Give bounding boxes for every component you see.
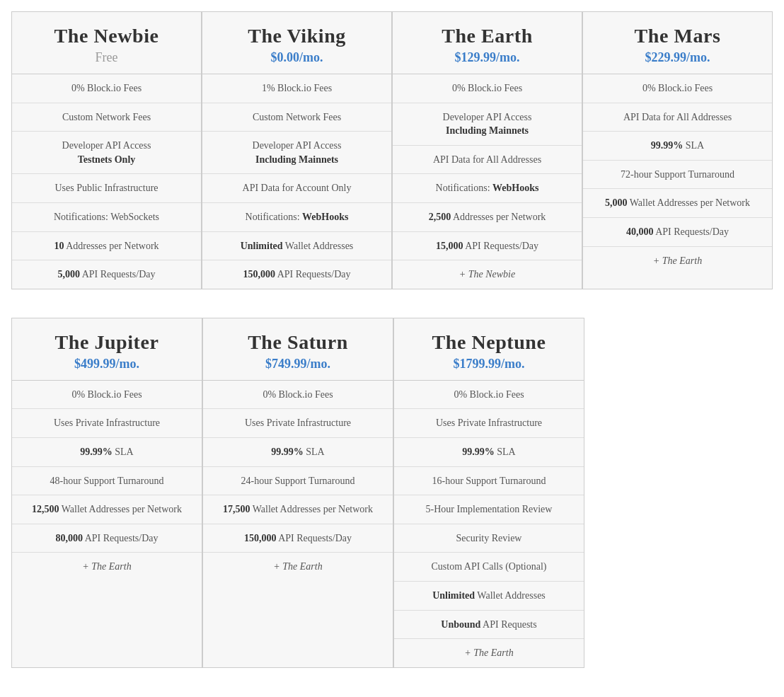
plan-features-list: 0% Block.io FeesCustom Network FeesDevel…: [12, 74, 201, 289]
feature-item: 40,000 API Requests/Day: [583, 218, 772, 247]
feature-item: 10 Addresses per Network: [12, 232, 201, 261]
plan-header: The Neptune$1799.99/mo.: [394, 318, 584, 381]
feature-item: 1% Block.io Fees: [202, 74, 391, 103]
feature-item: 0% Block.io Fees: [12, 74, 201, 103]
plan-card-mars: The Mars$229.99/mo.0% Block.io FeesAPI D…: [582, 11, 773, 289]
plan-card-saturn: The Saturn$749.99/mo.0% Block.io FeesUse…: [202, 318, 393, 668]
feature-item: + The Earth: [583, 247, 772, 275]
feature-item: 12,500 Wallet Addresses per Network: [12, 495, 202, 524]
feature-item: Uses Private Infrastructure: [203, 409, 393, 438]
feature-item: Notifications: WebSockets: [12, 203, 201, 232]
plan-card-neptune: The Neptune$1799.99/mo.0% Block.io FeesU…: [393, 318, 584, 668]
plan-features-list: 0% Block.io FeesAPI Data for All Address…: [583, 74, 772, 275]
feature-item: Notifications: WebHooks: [393, 174, 582, 203]
plan-features-list: 0% Block.io FeesDeveloper API AccessIncl…: [393, 74, 582, 289]
feature-item: API Data for All Addresses: [393, 146, 582, 175]
feature-item: + The Earth: [12, 553, 202, 581]
feature-item: 5,000 Wallet Addresses per Network: [583, 189, 772, 218]
plan-name: The Newbie: [19, 25, 194, 47]
feature-item: Custom API Calls (Optional): [394, 553, 584, 582]
plan-header: The Earth$129.99/mo.: [393, 12, 582, 74]
plan-card-newbie: The NewbieFree0% Block.io FeesCustom Net…: [11, 11, 202, 289]
feature-item: Developer API AccessTestnets Only: [12, 132, 201, 174]
feature-item: 2,500 Addresses per Network: [393, 203, 582, 232]
feature-item: Security Review: [394, 524, 584, 553]
feature-item: 99.99% SLA: [12, 438, 202, 467]
feature-item: Uses Private Infrastructure: [12, 409, 202, 438]
plan-header: The NewbieFree: [12, 12, 201, 74]
feature-item: Unlimited Wallet Addresses: [202, 232, 391, 261]
feature-item: 17,500 Wallet Addresses per Network: [203, 495, 393, 524]
plans-grid-top: The NewbieFree0% Block.io FeesCustom Net…: [11, 11, 773, 289]
feature-item: + The Earth: [394, 639, 584, 667]
plan-name: The Earth: [400, 25, 575, 47]
plan-features-list: 0% Block.io FeesUses Private Infrastruct…: [203, 381, 393, 581]
plan-header: The Jupiter$499.99/mo.: [12, 318, 202, 381]
plan-price: $229.99/mo.: [590, 50, 765, 65]
feature-item: 72-hour Support Turnaround: [583, 161, 772, 190]
feature-item: 24-hour Support Turnaround: [203, 467, 393, 496]
feature-item: API Data for Account Only: [202, 174, 391, 203]
plan-price: Free: [19, 50, 194, 65]
plan-name: The Viking: [209, 25, 384, 47]
feature-item: 0% Block.io Fees: [12, 381, 202, 410]
feature-item: 0% Block.io Fees: [203, 381, 393, 410]
feature-item: 5-Hour Implementation Review: [394, 495, 584, 524]
feature-item: Developer API AccessIncluding Mainnets: [393, 103, 582, 146]
feature-item: Custom Network Fees: [202, 103, 391, 132]
feature-item: + The Newbie: [393, 260, 582, 289]
feature-item: Custom Network Fees: [12, 103, 201, 132]
feature-item: 16-hour Support Turnaround: [394, 467, 584, 496]
plan-features-list: 0% Block.io FeesUses Private Infrastruct…: [394, 381, 584, 667]
feature-item: Developer API AccessIncluding Mainnets: [202, 132, 391, 174]
plan-name: The Mars: [590, 25, 765, 47]
feature-item: 0% Block.io Fees: [583, 74, 772, 103]
feature-item: 0% Block.io Fees: [394, 381, 584, 410]
plan-header: The Mars$229.99/mo.: [583, 12, 772, 74]
feature-item: + The Earth: [203, 553, 393, 581]
plan-card-earth: The Earth$129.99/mo.0% Block.io FeesDeve…: [392, 11, 582, 289]
feature-item: Notifications: WebHooks: [202, 203, 391, 232]
feature-item: 99.99% SLA: [583, 132, 772, 161]
feature-item: 150,000 API Requests/Day: [203, 524, 393, 553]
plan-price: $129.99/mo.: [400, 50, 575, 65]
feature-item: 99.99% SLA: [394, 438, 584, 467]
feature-item: Uses Public Infrastructure: [12, 174, 201, 203]
feature-item: API Data for All Addresses: [583, 103, 772, 132]
plan-price: $1799.99/mo.: [401, 357, 577, 371]
feature-item: 15,000 API Requests/Day: [393, 232, 582, 261]
plan-price: $749.99/mo.: [210, 357, 386, 371]
feature-item: 5,000 API Requests/Day: [12, 260, 201, 289]
plan-price: $0.00/mo.: [209, 50, 384, 65]
feature-item: Unlimited Wallet Addresses: [394, 582, 584, 611]
plan-card-viking: The Viking$0.00/mo.1% Block.io FeesCusto…: [202, 11, 392, 289]
feature-item: 80,000 API Requests/Day: [12, 524, 202, 553]
plan-card-jupiter: The Jupiter$499.99/mo.0% Block.io FeesUs…: [11, 318, 202, 668]
plan-name: The Neptune: [401, 331, 577, 354]
plan-name: The Jupiter: [19, 331, 195, 354]
feature-item: 99.99% SLA: [203, 438, 393, 467]
plan-name: The Saturn: [210, 331, 386, 354]
plan-header: The Viking$0.00/mo.: [202, 12, 391, 74]
feature-item: 0% Block.io Fees: [393, 74, 582, 103]
plan-features-list: 0% Block.io FeesUses Private Infrastruct…: [12, 381, 202, 581]
plan-price: $499.99/mo.: [19, 357, 195, 371]
plan-header: The Saturn$749.99/mo.: [203, 318, 393, 381]
plans-grid-bottom: The Jupiter$499.99/mo.0% Block.io FeesUs…: [11, 318, 773, 668]
feature-item: 150,000 API Requests/Day: [202, 260, 391, 289]
feature-item: Uses Private Infrastructure: [394, 409, 584, 438]
feature-item: Unbound API Requests: [394, 611, 584, 640]
plan-features-list: 1% Block.io FeesCustom Network FeesDevel…: [202, 74, 391, 289]
feature-item: 48-hour Support Turnaround: [12, 467, 202, 496]
